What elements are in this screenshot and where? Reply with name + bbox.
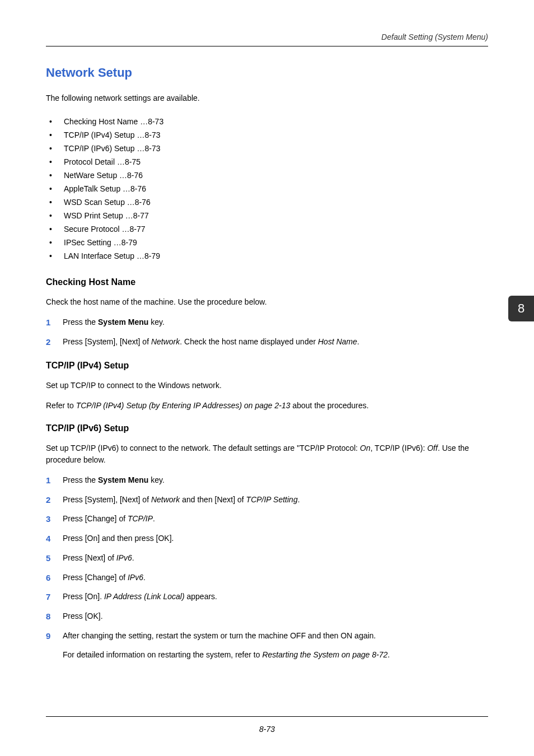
section3-para: Set up TCP/IP (IPv6) to connect to the n… (46, 442, 488, 465)
step-item: 2 Press [System], [Next] of Network and … (46, 494, 488, 506)
step-item: 6 Press [Change] of IPv6. (46, 572, 488, 584)
list-item: NetWare Setup …8-76 (46, 169, 488, 182)
divider-top (46, 46, 488, 46)
breadcrumb: Default Setting (System Menu) (46, 32, 488, 46)
section2-para2: Refer to TCP/IP (IPv4) Setup (by Enterin… (46, 400, 488, 411)
step-item: 2 Press [System], [Next] of Network. Che… (46, 336, 488, 348)
section2-para1: Set up TCP/IP to connect to the Windows … (46, 380, 488, 391)
divider-bottom (46, 716, 488, 717)
section1-para: Check the host name of the machine. Use … (46, 296, 488, 307)
step-number: 8 (46, 610, 63, 623)
step-number: 1 (46, 474, 63, 487)
step-text: Press [System], [Next] of Network. Check… (63, 336, 488, 348)
step-number: 7 (46, 591, 63, 603)
step-text: Press [Change] of IPv6. (63, 572, 488, 584)
step-item: 8 Press [OK]. (46, 610, 488, 623)
list-item: Secure Protocol …8-77 (46, 222, 488, 236)
step-text: Press [On] and then press [OK]. (63, 533, 488, 545)
page-footer: 8-73 (46, 716, 488, 734)
intro-text: The following network settings are avail… (46, 94, 488, 102)
step-item: 1 Press the System Menu key. (46, 316, 488, 329)
step-text: Press the System Menu key. (63, 316, 488, 329)
step-text: Press [Next] of IPv6. (63, 552, 488, 564)
step-number: 2 (46, 336, 63, 348)
step-item: 4 Press [On] and then press [OK]. (46, 533, 488, 545)
step-item: 5 Press [Next] of IPv6. (46, 552, 488, 564)
list-item: Protocol Detail …8-75 (46, 155, 488, 169)
page-number: 8-73 (46, 725, 488, 734)
step-number: 4 (46, 533, 63, 545)
list-item: AppleTalk Setup …8-76 (46, 182, 488, 195)
step-number: 1 (46, 316, 63, 329)
heading-ipv6-setup: TCP/IP (IPv6) Setup (46, 423, 488, 433)
list-item: TCP/IP (IPv4) Setup …8-73 (46, 128, 488, 142)
step-number: 3 (46, 513, 63, 525)
list-item: WSD Scan Setup …8-76 (46, 195, 488, 209)
step-item: 7 Press [On]. IP Address (Link Local) ap… (46, 591, 488, 603)
heading-ipv4-setup: TCP/IP (IPv4) Setup (46, 361, 488, 371)
step-number: 6 (46, 572, 63, 584)
list-item: WSD Print Setup …8-77 (46, 209, 488, 222)
step-item: 9 After changing the setting, restart th… (46, 630, 488, 661)
step-text: Press [System], [Next] of Network and th… (63, 494, 488, 506)
list-item: IPSec Setting …8-79 (46, 236, 488, 249)
heading-network-setup: Network Setup (46, 66, 488, 80)
list-item: Checking Host Name …8-73 (46, 115, 488, 128)
step-text: After changing the setting, restart the … (63, 630, 488, 661)
step-number: 5 (46, 552, 63, 564)
step-text: Press [On]. IP Address (Link Local) appe… (63, 591, 488, 603)
list-item: TCP/IP (IPv6) Setup …8-73 (46, 142, 488, 155)
section3-steps: 1 Press the System Menu key. 2 Press [Sy… (46, 474, 488, 661)
step-number: 9 (46, 630, 63, 661)
list-item: LAN Interface Setup …8-79 (46, 249, 488, 263)
settings-list: Checking Host Name …8-73 TCP/IP (IPv4) S… (46, 115, 488, 263)
step-text: Press [Change] of TCP/IP. (63, 513, 488, 525)
step-item: 3 Press [Change] of TCP/IP. (46, 513, 488, 525)
step-text: Press the System Menu key. (63, 474, 488, 487)
step-item: 1 Press the System Menu key. (46, 474, 488, 487)
chapter-tab: 8 (508, 296, 534, 321)
step-number: 2 (46, 494, 63, 506)
section1-steps: 1 Press the System Menu key. 2 Press [Sy… (46, 316, 488, 348)
step-text: Press [OK]. (63, 610, 488, 623)
heading-checking-host-name: Checking Host Name (46, 277, 488, 287)
